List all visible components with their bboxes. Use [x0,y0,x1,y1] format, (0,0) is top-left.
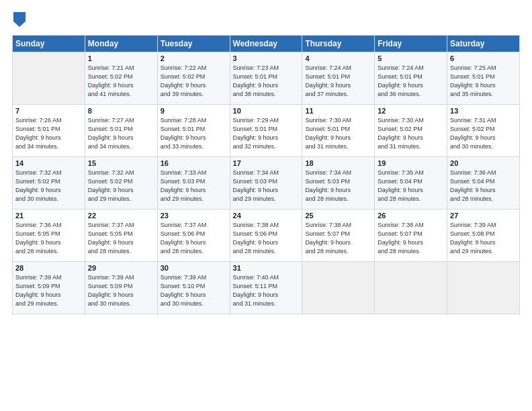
day-info: Sunrise: 7:30 AMSunset: 5:01 PMDaylight:… [305,116,371,151]
day-cell: 6Sunrise: 7:25 AMSunset: 5:01 PMDaylight… [447,52,520,105]
day-number: 8 [88,107,154,115]
day-info: Sunrise: 7:27 AMSunset: 5:01 PMDaylight:… [88,116,154,151]
col-header-wednesday: Wednesday [230,36,302,52]
day-info: Sunrise: 7:34 AMSunset: 5:03 PMDaylight:… [305,169,371,203]
day-info: Sunrise: 7:28 AMSunset: 5:01 PMDaylight:… [161,116,227,151]
day-cell: 11Sunrise: 7:30 AMSunset: 5:01 PMDayligh… [302,105,375,157]
day-number: 27 [450,212,517,220]
page-header [12,12,520,28]
day-info: Sunrise: 7:23 AMSunset: 5:01 PMDaylight:… [233,64,300,99]
day-cell: 2Sunrise: 7:22 AMSunset: 5:02 PMDaylight… [157,52,230,105]
day-cell: 15Sunrise: 7:32 AMSunset: 5:02 PMDayligh… [85,157,157,210]
day-number: 3 [233,54,300,62]
day-cell: 16Sunrise: 7:33 AMSunset: 5:03 PMDayligh… [157,157,230,210]
day-number: 23 [161,212,227,220]
day-number: 30 [161,264,227,272]
header-row: SundayMondayTuesdayWednesdayThursdayFrid… [13,36,520,52]
day-info: Sunrise: 7:32 AMSunset: 5:02 PMDaylight:… [88,169,154,203]
week-row-4: 28Sunrise: 7:39 AMSunset: 5:09 PMDayligh… [13,262,520,314]
day-cell [13,52,85,105]
day-number: 2 [161,54,227,62]
day-cell: 13Sunrise: 7:31 AMSunset: 5:02 PMDayligh… [447,105,520,157]
day-cell: 4Sunrise: 7:24 AMSunset: 5:01 PMDaylight… [302,52,375,105]
day-info: Sunrise: 7:26 AMSunset: 5:01 PMDaylight:… [15,116,82,151]
week-row-0: 1Sunrise: 7:21 AMSunset: 5:02 PMDaylight… [13,52,520,105]
day-info: Sunrise: 7:40 AMSunset: 5:11 PMDaylight:… [233,273,300,308]
day-cell: 23Sunrise: 7:37 AMSunset: 5:06 PMDayligh… [157,210,230,262]
col-header-thursday: Thursday [302,36,375,52]
day-cell: 10Sunrise: 7:29 AMSunset: 5:01 PMDayligh… [230,105,302,157]
day-cell: 20Sunrise: 7:36 AMSunset: 5:04 PMDayligh… [447,157,520,210]
col-header-monday: Monday [85,36,157,52]
day-cell [375,262,447,314]
day-number: 1 [88,54,154,62]
day-number: 6 [450,54,517,62]
day-info: Sunrise: 7:31 AMSunset: 5:02 PMDaylight:… [450,116,517,151]
day-info: Sunrise: 7:38 AMSunset: 5:07 PMDaylight:… [305,221,371,256]
day-cell: 31Sunrise: 7:40 AMSunset: 5:11 PMDayligh… [230,262,302,314]
day-info: Sunrise: 7:36 AMSunset: 5:04 PMDaylight:… [450,169,517,203]
day-cell: 22Sunrise: 7:37 AMSunset: 5:05 PMDayligh… [85,210,157,262]
day-number: 11 [305,107,371,115]
day-cell: 21Sunrise: 7:36 AMSunset: 5:05 PMDayligh… [13,210,85,262]
day-info: Sunrise: 7:21 AMSunset: 5:02 PMDaylight:… [88,64,154,99]
day-info: Sunrise: 7:34 AMSunset: 5:03 PMDaylight:… [233,169,300,203]
day-number: 16 [161,159,227,167]
day-cell: 18Sunrise: 7:34 AMSunset: 5:03 PMDayligh… [302,157,375,210]
logo-text [12,12,26,27]
day-cell: 7Sunrise: 7:26 AMSunset: 5:01 PMDaylight… [13,105,85,157]
day-cell: 28Sunrise: 7:39 AMSunset: 5:09 PMDayligh… [13,262,85,314]
day-number: 13 [450,107,517,115]
day-cell: 25Sunrise: 7:38 AMSunset: 5:07 PMDayligh… [302,210,375,262]
day-info: Sunrise: 7:25 AMSunset: 5:01 PMDaylight:… [450,64,517,99]
day-number: 19 [378,159,444,167]
svg-marker-0 [13,12,26,27]
day-cell [302,262,375,314]
day-info: Sunrise: 7:36 AMSunset: 5:05 PMDaylight:… [15,221,82,256]
day-cell: 9Sunrise: 7:28 AMSunset: 5:01 PMDaylight… [157,105,230,157]
day-cell: 26Sunrise: 7:38 AMSunset: 5:07 PMDayligh… [375,210,447,262]
day-cell: 30Sunrise: 7:39 AMSunset: 5:10 PMDayligh… [157,262,230,314]
col-header-friday: Friday [375,36,447,52]
day-info: Sunrise: 7:37 AMSunset: 5:06 PMDaylight:… [161,221,227,256]
day-number: 18 [305,159,371,167]
logo-icon [13,12,26,27]
day-info: Sunrise: 7:35 AMSunset: 5:04 PMDaylight:… [378,169,444,203]
day-number: 24 [233,212,300,220]
day-info: Sunrise: 7:24 AMSunset: 5:01 PMDaylight:… [378,64,444,99]
day-number: 20 [450,159,517,167]
week-row-1: 7Sunrise: 7:26 AMSunset: 5:01 PMDaylight… [13,105,520,157]
day-info: Sunrise: 7:39 AMSunset: 5:09 PMDaylight:… [88,273,154,308]
day-cell: 12Sunrise: 7:30 AMSunset: 5:02 PMDayligh… [375,105,447,157]
day-info: Sunrise: 7:29 AMSunset: 5:01 PMDaylight:… [233,116,300,151]
week-row-2: 14Sunrise: 7:32 AMSunset: 5:02 PMDayligh… [13,157,520,210]
day-cell: 5Sunrise: 7:24 AMSunset: 5:01 PMDaylight… [375,52,447,105]
day-number: 15 [88,159,154,167]
day-cell: 29Sunrise: 7:39 AMSunset: 5:09 PMDayligh… [85,262,157,314]
calendar-table: SundayMondayTuesdayWednesdayThursdayFrid… [12,35,520,314]
day-info: Sunrise: 7:30 AMSunset: 5:02 PMDaylight:… [378,116,444,151]
day-cell: 3Sunrise: 7:23 AMSunset: 5:01 PMDaylight… [230,52,302,105]
day-number: 29 [88,264,154,272]
day-info: Sunrise: 7:37 AMSunset: 5:05 PMDaylight:… [88,221,154,256]
col-header-sunday: Sunday [13,36,85,52]
day-cell: 27Sunrise: 7:39 AMSunset: 5:08 PMDayligh… [447,210,520,262]
day-cell [447,262,520,314]
day-number: 21 [15,212,82,220]
day-info: Sunrise: 7:33 AMSunset: 5:03 PMDaylight:… [161,169,227,203]
day-cell: 19Sunrise: 7:35 AMSunset: 5:04 PMDayligh… [375,157,447,210]
logo [12,12,26,28]
day-number: 22 [88,212,154,220]
page-container: SundayMondayTuesdayWednesdayThursdayFrid… [0,0,532,411]
day-cell: 17Sunrise: 7:34 AMSunset: 5:03 PMDayligh… [230,157,302,210]
day-number: 7 [15,107,82,115]
day-number: 28 [15,264,82,272]
week-row-3: 21Sunrise: 7:36 AMSunset: 5:05 PMDayligh… [13,210,520,262]
day-cell: 8Sunrise: 7:27 AMSunset: 5:01 PMDaylight… [85,105,157,157]
day-number: 10 [233,107,300,115]
day-number: 26 [378,212,444,220]
day-cell: 24Sunrise: 7:38 AMSunset: 5:06 PMDayligh… [230,210,302,262]
day-info: Sunrise: 7:38 AMSunset: 5:06 PMDaylight:… [233,221,300,256]
day-number: 31 [233,264,300,272]
day-info: Sunrise: 7:39 AMSunset: 5:10 PMDaylight:… [161,273,227,308]
